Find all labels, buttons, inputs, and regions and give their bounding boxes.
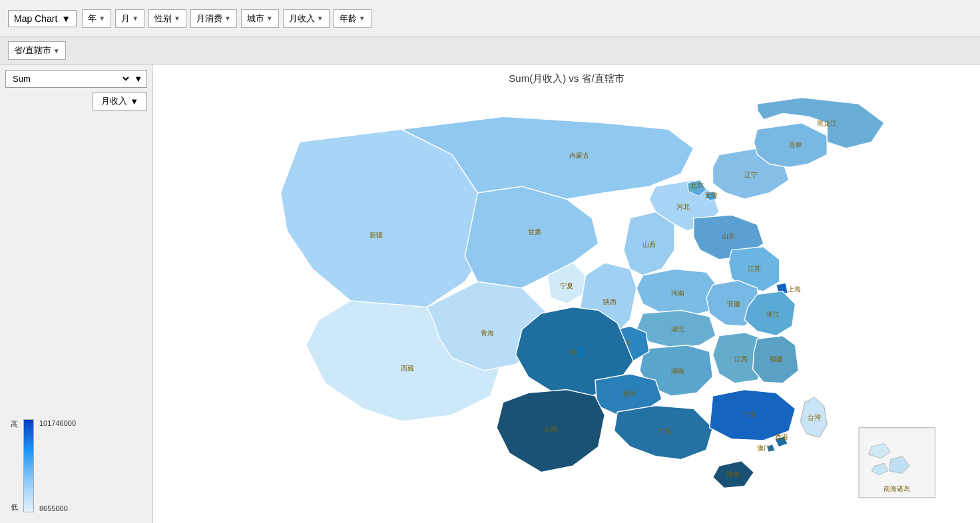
dimension-label: 省/直辖市 (14, 45, 51, 57)
chart-type-selector[interactable]: Map Chart ▼ (8, 10, 77, 27)
dimension-selector[interactable]: 省/直辖市 ▼ (8, 41, 66, 60)
legend-gradient (23, 419, 34, 512)
filter-city[interactable]: 城市 ▼ (241, 9, 279, 28)
filter-gender[interactable]: 性别 ▼ (148, 9, 186, 28)
chart-type-arrow: ▼ (61, 13, 71, 24)
filter-buttons: 年 ▼ 月 ▼ 性别 ▼ 月消费 ▼ 城市 ▼ 月收入 ▼ 年龄 ▼ (82, 9, 371, 28)
main: Sum Avg Count Min Max ▼ 月收入 ▼ (0, 65, 980, 523)
legend-bar: 高 低 101746000 8655000 (11, 419, 76, 512)
legend-high-value: 101746000 (39, 419, 76, 427)
filter-age[interactable]: 年龄 ▼ (334, 9, 371, 28)
chart-type-label: Map Chart (14, 13, 57, 24)
chart-title: Sum(月收入) vs 省/直辖市 (153, 65, 980, 89)
legend-hi-low-labels: 高 低 (11, 419, 18, 512)
sidebar: Sum Avg Count Min Max ▼ 月收入 ▼ (0, 65, 153, 523)
filter-monthly-expense[interactable]: 月消费 ▼ (190, 9, 237, 28)
legend-values: 101746000 8655000 (39, 419, 76, 512)
app: Map Chart ▼ 年 ▼ 月 ▼ 性别 ▼ 月消费 ▼ 城市 ▼ 月收入 … (0, 0, 980, 523)
filter-month[interactable]: 月 ▼ (115, 9, 144, 28)
field-label: 月收入 (101, 95, 127, 107)
aggregation-selector[interactable]: Sum Avg Count Min Max ▼ (5, 70, 147, 88)
china-map-svg: 新疆 西藏 青海 甘肃 内蒙古 宁夏 (153, 91, 980, 523)
legend-low-value: 8655000 (39, 504, 76, 512)
field-selector[interactable]: 月收入 ▼ (93, 92, 147, 110)
legend: 高 低 101746000 8655000 (5, 414, 147, 518)
chart-area: Sum(月收入) vs 省/直辖市 新疆 西藏 青海 (153, 65, 980, 523)
top-toolbar: Map Chart ▼ 年 ▼ 月 ▼ 性别 ▼ 月消费 ▼ 城市 ▼ 月收入 … (0, 0, 980, 37)
legend-high-label: 高 (11, 419, 18, 429)
filter-year[interactable]: 年 ▼ (82, 9, 111, 28)
aggregation-select[interactable]: Sum Avg Count Min Max (10, 73, 131, 85)
field-button-container: 月收入 ▼ (5, 92, 147, 110)
province-fujian[interactable] (753, 335, 799, 383)
legend-low-label: 低 (11, 502, 18, 512)
second-toolbar: 省/直辖市 ▼ (0, 37, 980, 65)
map-container: 新疆 西藏 青海 甘肃 内蒙古 宁夏 (153, 91, 980, 523)
filter-monthly-income[interactable]: 月收入 ▼ (283, 9, 330, 28)
